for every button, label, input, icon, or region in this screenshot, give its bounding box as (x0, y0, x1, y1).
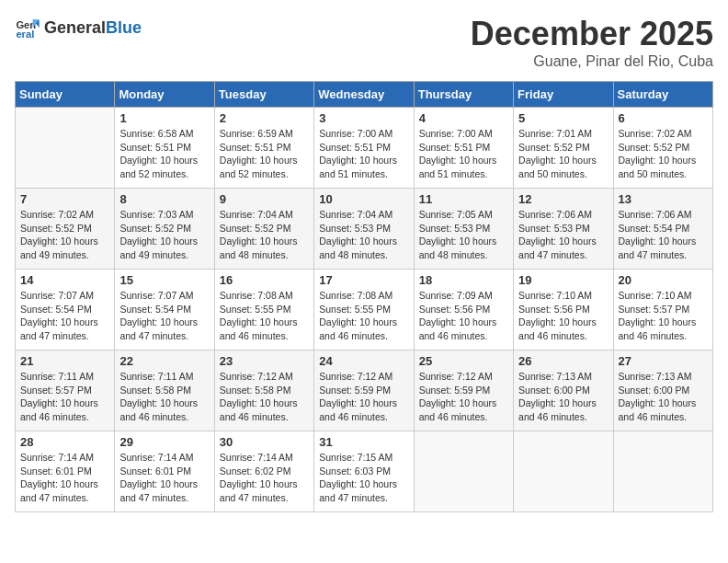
day-number: 23 (220, 354, 309, 368)
day-number: 11 (419, 192, 508, 206)
day-info: Sunrise: 7:12 AM Sunset: 5:58 PM Dayligh… (220, 370, 309, 424)
table-row: 30Sunrise: 7:14 AM Sunset: 6:02 PM Dayli… (214, 431, 313, 512)
header: Gen eral General Blue December 2025 Guan… (15, 15, 713, 70)
table-row: 8Sunrise: 7:03 AM Sunset: 5:52 PM Daylig… (115, 189, 214, 270)
day-number: 25 (419, 354, 508, 368)
day-info: Sunrise: 7:00 AM Sunset: 5:51 PM Dayligh… (419, 127, 508, 181)
table-row: 1Sunrise: 6:58 AM Sunset: 5:51 PM Daylig… (115, 108, 214, 189)
table-row: 11Sunrise: 7:05 AM Sunset: 5:53 PM Dayli… (414, 189, 513, 270)
table-row: 14Sunrise: 7:07 AM Sunset: 5:54 PM Dayli… (16, 270, 115, 350)
day-info: Sunrise: 7:08 AM Sunset: 5:55 PM Dayligh… (220, 289, 309, 343)
day-number: 1 (119, 111, 209, 125)
calendar-week-row: 7Sunrise: 7:02 AM Sunset: 5:52 PM Daylig… (16, 189, 713, 270)
day-info: Sunrise: 7:10 AM Sunset: 5:57 PM Dayligh… (619, 289, 708, 343)
day-info: Sunrise: 7:06 AM Sunset: 5:53 PM Dayligh… (518, 208, 608, 262)
day-number: 6 (619, 111, 708, 125)
day-info: Sunrise: 7:04 AM Sunset: 5:53 PM Dayligh… (319, 208, 408, 262)
col-header-monday: Monday (115, 82, 214, 108)
day-number: 14 (20, 273, 109, 287)
location-subtitle: Guane, Pinar del Rio, Cuba (471, 53, 713, 70)
col-header-sunday: Sunday (16, 82, 115, 108)
table-row (613, 431, 712, 512)
table-row: 6Sunrise: 7:02 AM Sunset: 5:52 PM Daylig… (613, 108, 712, 189)
day-info: Sunrise: 7:07 AM Sunset: 5:54 PM Dayligh… (119, 289, 209, 343)
table-row: 26Sunrise: 7:13 AM Sunset: 6:00 PM Dayli… (514, 350, 613, 431)
table-row: 27Sunrise: 7:13 AM Sunset: 6:00 PM Dayli… (613, 350, 712, 431)
col-header-saturday: Saturday (613, 82, 712, 108)
col-header-thursday: Thursday (414, 82, 513, 108)
table-row: 10Sunrise: 7:04 AM Sunset: 5:53 PM Dayli… (314, 189, 414, 270)
calendar-week-row: 28Sunrise: 7:14 AM Sunset: 6:01 PM Dayli… (16, 431, 713, 512)
table-row (16, 108, 115, 189)
day-info: Sunrise: 7:01 AM Sunset: 5:52 PM Dayligh… (518, 127, 608, 181)
day-info: Sunrise: 7:03 AM Sunset: 5:52 PM Dayligh… (119, 208, 209, 262)
table-row: 3Sunrise: 7:00 AM Sunset: 5:51 PM Daylig… (314, 108, 414, 189)
col-header-wednesday: Wednesday (314, 82, 414, 108)
logo-blue: Blue (106, 18, 142, 38)
table-row: 29Sunrise: 7:14 AM Sunset: 6:01 PM Dayli… (115, 431, 214, 512)
day-info: Sunrise: 7:08 AM Sunset: 5:55 PM Dayligh… (319, 289, 408, 343)
day-number: 9 (220, 192, 309, 206)
day-info: Sunrise: 6:59 AM Sunset: 5:51 PM Dayligh… (220, 127, 309, 181)
day-number: 7 (20, 192, 109, 206)
col-header-friday: Friday (514, 82, 613, 108)
col-header-tuesday: Tuesday (214, 82, 313, 108)
table-row: 17Sunrise: 7:08 AM Sunset: 5:55 PM Dayli… (314, 270, 414, 350)
logo: Gen eral General Blue (15, 15, 142, 40)
day-number: 13 (619, 192, 708, 206)
day-number: 26 (518, 354, 608, 368)
day-info: Sunrise: 7:02 AM Sunset: 5:52 PM Dayligh… (20, 208, 109, 262)
calendar-table: SundayMondayTuesdayWednesdayThursdayFrid… (15, 81, 713, 512)
day-number: 24 (319, 354, 408, 368)
table-row (414, 431, 513, 512)
day-info: Sunrise: 7:02 AM Sunset: 5:52 PM Dayligh… (619, 127, 708, 181)
day-number: 31 (319, 435, 408, 449)
day-number: 22 (119, 354, 209, 368)
table-row: 28Sunrise: 7:14 AM Sunset: 6:01 PM Dayli… (16, 431, 115, 512)
calendar-header-row: SundayMondayTuesdayWednesdayThursdayFrid… (16, 82, 713, 108)
day-info: Sunrise: 7:06 AM Sunset: 5:54 PM Dayligh… (619, 208, 708, 262)
day-number: 17 (319, 273, 408, 287)
day-number: 10 (319, 192, 408, 206)
table-row: 22Sunrise: 7:11 AM Sunset: 5:58 PM Dayli… (115, 350, 214, 431)
day-info: Sunrise: 6:58 AM Sunset: 5:51 PM Dayligh… (119, 127, 209, 181)
table-row: 31Sunrise: 7:15 AM Sunset: 6:03 PM Dayli… (314, 431, 414, 512)
month-title: December 2025 (471, 15, 713, 53)
day-info: Sunrise: 7:12 AM Sunset: 5:59 PM Dayligh… (419, 370, 508, 424)
day-number: 20 (619, 273, 708, 287)
table-row: 5Sunrise: 7:01 AM Sunset: 5:52 PM Daylig… (514, 108, 613, 189)
day-number: 5 (518, 111, 608, 125)
table-row: 12Sunrise: 7:06 AM Sunset: 5:53 PM Dayli… (514, 189, 613, 270)
day-info: Sunrise: 7:13 AM Sunset: 6:00 PM Dayligh… (619, 370, 708, 424)
table-row: 4Sunrise: 7:00 AM Sunset: 5:51 PM Daylig… (414, 108, 513, 189)
table-row: 15Sunrise: 7:07 AM Sunset: 5:54 PM Dayli… (115, 270, 214, 350)
table-row: 20Sunrise: 7:10 AM Sunset: 5:57 PM Dayli… (613, 270, 712, 350)
calendar-week-row: 14Sunrise: 7:07 AM Sunset: 5:54 PM Dayli… (16, 270, 713, 350)
day-info: Sunrise: 7:14 AM Sunset: 6:01 PM Dayligh… (119, 451, 209, 505)
logo-general: General (44, 18, 106, 38)
day-number: 29 (119, 435, 209, 449)
table-row: 2Sunrise: 6:59 AM Sunset: 5:51 PM Daylig… (214, 108, 313, 189)
day-info: Sunrise: 7:00 AM Sunset: 5:51 PM Dayligh… (319, 127, 408, 181)
calendar-week-row: 1Sunrise: 6:58 AM Sunset: 5:51 PM Daylig… (16, 108, 713, 189)
logo-icon: Gen eral (15, 15, 40, 40)
day-number: 3 (319, 111, 408, 125)
day-number: 4 (419, 111, 508, 125)
table-row: 23Sunrise: 7:12 AM Sunset: 5:58 PM Dayli… (214, 350, 313, 431)
day-number: 12 (518, 192, 608, 206)
day-info: Sunrise: 7:10 AM Sunset: 5:56 PM Dayligh… (518, 289, 608, 343)
calendar-week-row: 21Sunrise: 7:11 AM Sunset: 5:57 PM Dayli… (16, 350, 713, 431)
table-row: 16Sunrise: 7:08 AM Sunset: 5:55 PM Dayli… (214, 270, 313, 350)
table-row: 24Sunrise: 7:12 AM Sunset: 5:59 PM Dayli… (314, 350, 414, 431)
table-row: 25Sunrise: 7:12 AM Sunset: 5:59 PM Dayli… (414, 350, 513, 431)
day-info: Sunrise: 7:15 AM Sunset: 6:03 PM Dayligh… (319, 451, 408, 505)
table-row: 13Sunrise: 7:06 AM Sunset: 5:54 PM Dayli… (613, 189, 712, 270)
day-info: Sunrise: 7:04 AM Sunset: 5:52 PM Dayligh… (220, 208, 309, 262)
title-area: December 2025 Guane, Pinar del Rio, Cuba (471, 15, 713, 70)
logo-text: General Blue (44, 18, 142, 38)
day-number: 30 (220, 435, 309, 449)
day-number: 21 (20, 354, 109, 368)
day-info: Sunrise: 7:12 AM Sunset: 5:59 PM Dayligh… (319, 370, 408, 424)
day-number: 15 (119, 273, 209, 287)
day-info: Sunrise: 7:05 AM Sunset: 5:53 PM Dayligh… (419, 208, 508, 262)
